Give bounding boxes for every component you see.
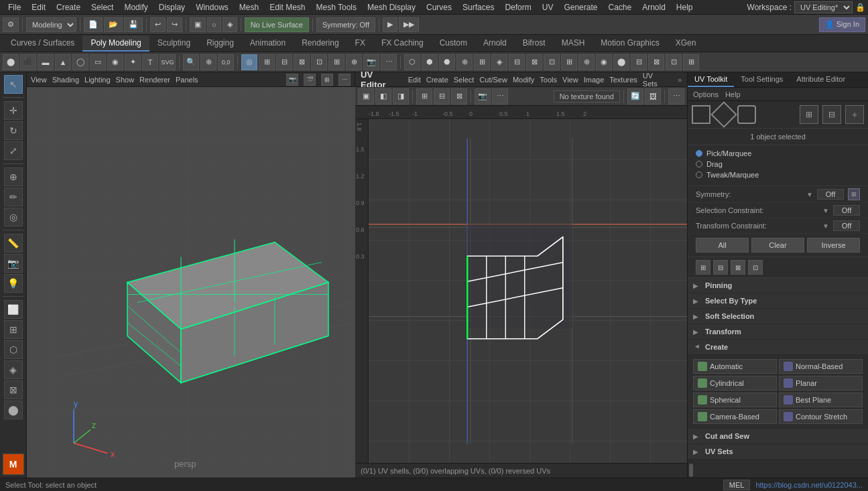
coord-icon-btn[interactable]: 0,0 [218, 54, 234, 70]
cube-icon-btn[interactable]: ⬛ [20, 54, 36, 70]
mirror-icon-btn[interactable]: ⊟ [509, 54, 525, 70]
grid5-icon-btn[interactable]: ⊞ [328, 54, 345, 70]
disc-icon-btn[interactable]: ◉ [107, 54, 123, 70]
clear-btn[interactable]: Clear [751, 238, 804, 253]
create-cylindrical-btn[interactable]: Cylindrical [693, 376, 777, 391]
uv-tb-more[interactable]: ⋯ [668, 88, 684, 104]
uv-menu-select[interactable]: Select [454, 76, 475, 84]
bool-icon-btn[interactable]: ⊠ [526, 54, 542, 70]
text-icon-btn[interactable]: T [142, 54, 158, 70]
menu-create[interactable]: Create [51, 1, 86, 13]
light-tool[interactable]: 💡 [4, 274, 23, 293]
uv-menu-tools[interactable]: Tools [540, 76, 557, 84]
tab-curves-surfaces[interactable]: Curves / Surfaces [3, 36, 82, 52]
uv-shape-grid1[interactable]: ⊞ [800, 105, 818, 124]
extra2-icon-btn[interactable]: ⊞ [683, 54, 699, 70]
vp-icon-grid[interactable]: ⊞ [321, 74, 333, 86]
snap2-icon-btn[interactable]: ⊕ [346, 54, 362, 70]
conform-icon-btn[interactable]: ◉ [596, 54, 612, 70]
create-automatic-btn[interactable]: Automatic [693, 359, 777, 374]
connect-icon-btn[interactable]: ⊕ [456, 54, 473, 70]
menu-mesh-display[interactable]: Mesh Display [362, 1, 421, 13]
tab-motion-graphics[interactable]: Motion Graphics [593, 36, 667, 52]
vp-menu-panels[interactable]: Panels [176, 76, 198, 84]
menu-file[interactable]: File [3, 1, 26, 13]
small-icon-4[interactable]: ⊡ [748, 260, 763, 275]
ipr-btn[interactable]: ▶▶ [399, 17, 419, 32]
vp-menu-show[interactable]: Show [116, 76, 135, 84]
uv-tb-cam[interactable]: 📷 [475, 88, 491, 104]
create-normal-based-btn[interactable]: Normal-Based [779, 359, 863, 374]
create-section-header[interactable]: ▼ Create [688, 340, 868, 355]
create-contour-stretch-btn[interactable]: Contour Stretch [779, 409, 863, 424]
uv-tb-select[interactable]: ▣ [358, 88, 374, 104]
render-btn[interactable]: ▶ [383, 17, 397, 32]
extra-tool1[interactable]: ⬡ [4, 340, 23, 359]
torus-icon-btn[interactable]: ◯ [72, 54, 88, 70]
viewport-canvas[interactable]: x y z [27, 87, 355, 478]
pinning-section[interactable]: ▶ Pinning [688, 278, 868, 293]
sphere2-icon-btn[interactable]: ◎ [241, 54, 257, 70]
snap-tool[interactable]: ⊕ [4, 167, 23, 186]
uv-menu-cutsew[interactable]: Cut/Sew [479, 76, 507, 84]
undo-btn[interactable]: ↩ [150, 17, 166, 32]
bevel-icon-btn[interactable]: ⬢ [422, 54, 438, 70]
tab-fx[interactable]: FX [347, 36, 373, 52]
tab-custom[interactable]: Custom [432, 36, 475, 52]
uv-tb-dots[interactable]: ⋯ [492, 88, 508, 104]
menu-help[interactable]: Help [671, 1, 698, 13]
sculpt-tool[interactable]: ◎ [4, 208, 23, 226]
uv-tb-grid1[interactable]: ⊞ [416, 88, 432, 104]
create-best-plane-btn[interactable]: Best Plane [779, 393, 863, 407]
menu-edit[interactable]: Edit [26, 1, 51, 13]
menu-uv[interactable]: UV [537, 1, 559, 13]
uv-menu-edit[interactable]: Edit [408, 76, 421, 84]
sphere-icon-btn[interactable]: ⬤ [3, 54, 19, 70]
menu-mesh-tools[interactable]: Mesh Tools [311, 1, 362, 13]
combine-icon-btn[interactable]: ⊡ [544, 54, 560, 70]
tab-animation[interactable]: Animation [242, 36, 294, 52]
uv-tb-select3[interactable]: ◨ [393, 88, 409, 104]
vp-icon-cam[interactable]: 📷 [286, 74, 298, 86]
cut-and-sew-section[interactable]: ▶ Cut and Sew [688, 429, 868, 444]
symmetry-grid-icon[interactable]: ⊞ [848, 188, 860, 200]
select-by-type-section[interactable]: ▶ Select By Type [688, 293, 868, 309]
uv-shape-grid2[interactable]: ⊟ [822, 105, 841, 124]
uv-shape-diamond[interactable] [710, 101, 737, 128]
select-btn[interactable]: ▣ [190, 17, 206, 32]
subdivide-icon-btn[interactable]: ⊞ [474, 54, 490, 70]
menu-modify[interactable]: Modify [119, 1, 153, 13]
right-submenu-options[interactable]: Options [693, 90, 719, 98]
measure-tool[interactable]: 📏 [4, 234, 23, 253]
tab-poly-modeling[interactable]: Poly Modeling [82, 36, 149, 52]
transform-constraint-value[interactable]: Off [833, 220, 860, 231]
tab-arnold[interactable]: Arnold [475, 36, 515, 52]
menu-windows[interactable]: Windows [190, 1, 234, 13]
vp-menu-lighting[interactable]: Lighting [84, 76, 111, 84]
sel-constraint-arrow[interactable]: ▼ [822, 207, 829, 214]
uv-sets-section[interactable]: ▶ UV Sets [688, 444, 868, 460]
paint-tool[interactable]: ✏ [4, 188, 23, 206]
scale-tool[interactable]: ⤢ [4, 141, 23, 160]
vp-icon-film[interactable]: 🎬 [304, 74, 316, 86]
snap-icon-btn[interactable]: ⊕ [200, 54, 216, 70]
tab-sculpting[interactable]: Sculpting [149, 36, 198, 52]
sel-constraint-value[interactable]: Off [833, 205, 860, 216]
extract-icon-btn[interactable]: ⊕ [578, 54, 595, 70]
uv-shape-plus[interactable]: + [845, 105, 864, 124]
symmetry-btn[interactable]: Symmetry: Off [316, 17, 375, 32]
uv-tb-select2[interactable]: ◧ [375, 88, 391, 104]
tab-mash[interactable]: MASH [554, 36, 593, 52]
extra-tool4[interactable]: ⬤ [4, 401, 23, 419]
uv-shape-rounded[interactable] [737, 105, 756, 124]
settings-btn[interactable]: ⚙ [3, 17, 19, 32]
redo-btn[interactable]: ↪ [167, 17, 182, 32]
sign-in-btn[interactable]: 👤 Sign In [819, 17, 865, 32]
right-panel-scrollbar[interactable] [688, 460, 693, 478]
star-icon-btn[interactable]: ✦ [125, 54, 141, 70]
soft-selection-section[interactable]: ▶ Soft Selection [688, 309, 868, 324]
grid4-icon-btn[interactable]: ⊡ [311, 54, 327, 70]
fill-icon-btn[interactable]: ⬤ [613, 54, 629, 70]
dots-icon-btn[interactable]: ⋯ [381, 54, 397, 70]
zoom-icon-btn[interactable]: 🔍 [183, 54, 199, 70]
